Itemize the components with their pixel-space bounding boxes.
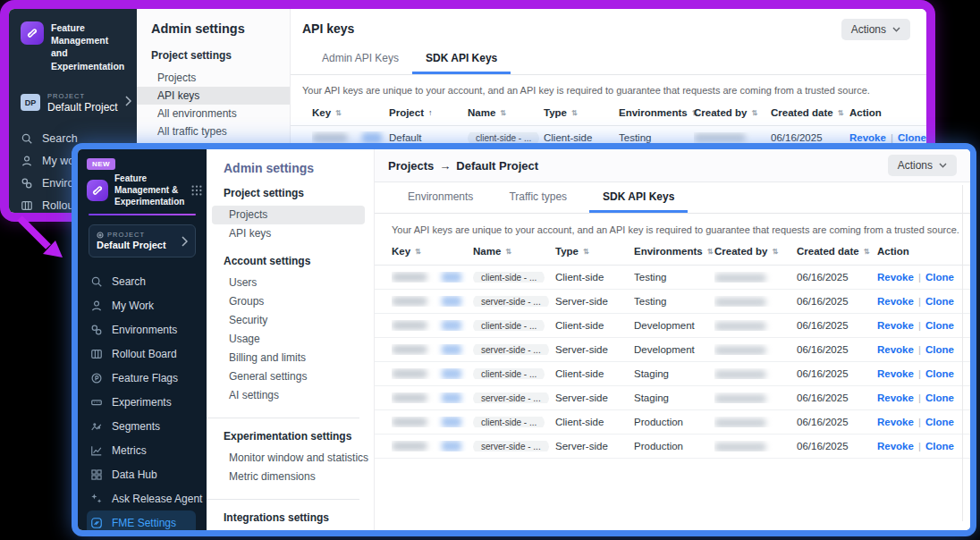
sidebar-item-metrics[interactable]: Metrics [87,438,196,462]
tab-traffic-types[interactable]: Traffic types [495,184,580,213]
board-icon [90,348,103,360]
action-cell: Revoke|Clone [849,132,926,143]
created-date-cell: 06/16/2025 [797,392,877,403]
redacted-copy-chip[interactable] [442,272,461,283]
redacted-copy-chip[interactable] [442,417,461,427]
nav-item-all-environments[interactable]: All environments [137,105,290,122]
revoke-link[interactable]: Revoke [877,368,914,379]
nav-item-security[interactable]: Security [207,311,374,330]
key-cell [392,368,473,380]
sidebar-item-experiments[interactable]: Experiments [87,390,196,414]
scrollbar-track[interactable] [962,185,963,521]
redacted-copy-chip[interactable] [442,296,461,307]
actions-button[interactable]: Actions [888,155,957,176]
tab-sdk-api-keys[interactable]: SDK API Keys [589,184,688,213]
sidebar-item-rollout-board[interactable]: Rollout Board [87,342,196,366]
nav-item-api-keys[interactable]: API keys [207,224,374,243]
redacted-copy-chip[interactable] [362,132,382,143]
sort-icon[interactable] [415,248,421,256]
clone-link[interactable]: Clone [925,441,954,451]
nav-item-projects[interactable]: Projects [212,206,365,224]
nav-item-ai-settings[interactable]: AI settings [207,386,374,405]
sort-icon[interactable] [707,248,714,256]
breadcrumb-projects[interactable]: Projects [388,159,434,173]
nav-item-api-keys[interactable]: API keys [137,87,290,105]
project-name: Default Project [47,101,118,114]
revoke-link[interactable]: Revoke [877,272,914,283]
sort-icon[interactable] [505,248,511,256]
project-switcher[interactable]: PROJECT Default Project [89,224,196,257]
revoke-link[interactable]: Revoke [849,132,886,143]
sort-icon[interactable] [500,109,506,117]
flag-icon [90,372,103,384]
sort-icon[interactable] [772,248,778,256]
nav-item-all-traffic-types[interactable]: All traffic types [137,122,290,140]
nav-item-metric-dimensions[interactable]: Metric dimensions [207,468,374,486]
clone-link[interactable]: Clone [925,417,954,427]
sidebar-item-feature-flags[interactable]: Feature Flags [87,366,196,390]
clone-link[interactable]: Clone [898,132,926,143]
redacted-copy-chip[interactable] [442,392,461,403]
nav-item-billing-and-limits[interactable]: Billing and limits [207,349,374,367]
key-cell [392,392,473,404]
revoke-link[interactable]: Revoke [877,441,914,451]
sidebar-item-environments[interactable]: Environments [87,317,196,342]
table-row: client-side - ...Client-sideStaging06/16… [375,362,970,386]
sidebar-item-fme-settings[interactable]: FME Settings [87,510,196,535]
environments-cell: Staging [634,368,714,379]
front-window: NEW Feature Management & Experimentation… [72,143,976,536]
revoke-link[interactable]: Revoke [877,344,914,355]
clone-link[interactable]: Clone [925,392,954,403]
revoke-link[interactable]: Revoke [877,392,914,403]
sort-icon[interactable] [428,108,433,117]
created-date-cell: 06/16/2025 [797,320,877,331]
project-switcher[interactable]: DP PROJECT Default Project [21,92,137,114]
sidebar-item-segments[interactable]: Segments [87,414,196,438]
action-separator: | [918,272,921,283]
tab-sdk-api-keys[interactable]: SDK API Keys [412,46,511,74]
redacted-copy-chip[interactable] [442,441,461,451]
nav-item-monitor-window-and-statistics[interactable]: Monitor window and statistics [207,449,374,468]
nav-item-groups[interactable]: Groups [207,292,374,311]
nav-item-usage[interactable]: Usage [207,330,374,349]
tab-admin-api-keys[interactable]: Admin API Keys [308,46,412,74]
redacted-created-by [714,322,766,331]
sidebar-item-ask-release-agent[interactable]: Ask Release Agent [87,486,196,510]
sort-icon[interactable] [864,248,870,256]
nav-item-integrations[interactable]: Integrations [207,530,374,536]
environments-icon [90,324,103,336]
clone-link[interactable]: Clone [925,296,954,307]
redacted-copy-chip[interactable] [442,368,461,379]
sort-icon[interactable] [583,248,589,256]
brand-divider [89,214,196,215]
action-cell: Revoke|Clone [877,392,970,403]
sort-icon[interactable] [838,109,844,117]
sort-icon[interactable] [335,109,342,117]
annotation-arrow [13,215,75,268]
redacted-copy-chip[interactable] [442,320,461,331]
revoke-link[interactable]: Revoke [877,320,914,331]
actions-button[interactable]: Actions [841,19,910,40]
revoke-link[interactable]: Revoke [877,417,914,427]
sidebar-item-data-hub[interactable]: Data Hub [87,462,196,486]
name-cell: server-side - ... [473,296,555,307]
clone-link[interactable]: Clone [925,320,954,331]
action-cell: Revoke|Clone [877,296,970,307]
environments-cell: Testing [634,296,714,307]
nav-item-users[interactable]: Users [207,274,374,292]
clone-link[interactable]: Clone [925,368,954,379]
apps-grid-icon[interactable] [190,184,203,197]
revoke-link[interactable]: Revoke [877,296,914,307]
nav-item-projects[interactable]: Projects [137,69,290,87]
sidebar-item-my-work[interactable]: My Work [87,293,196,317]
clone-link[interactable]: Clone [925,344,954,355]
sidebar-item-search[interactable]: Search [87,269,196,293]
nav-item-general-settings[interactable]: General settings [207,367,374,386]
tab-environments[interactable]: Environments [394,184,486,213]
sparkle-icon [90,493,103,505]
name-pill: client-side - ... [473,320,545,331]
sort-icon[interactable] [751,109,757,117]
redacted-copy-chip[interactable] [442,344,461,355]
sort-icon[interactable] [571,109,578,117]
clone-link[interactable]: Clone [925,272,954,283]
